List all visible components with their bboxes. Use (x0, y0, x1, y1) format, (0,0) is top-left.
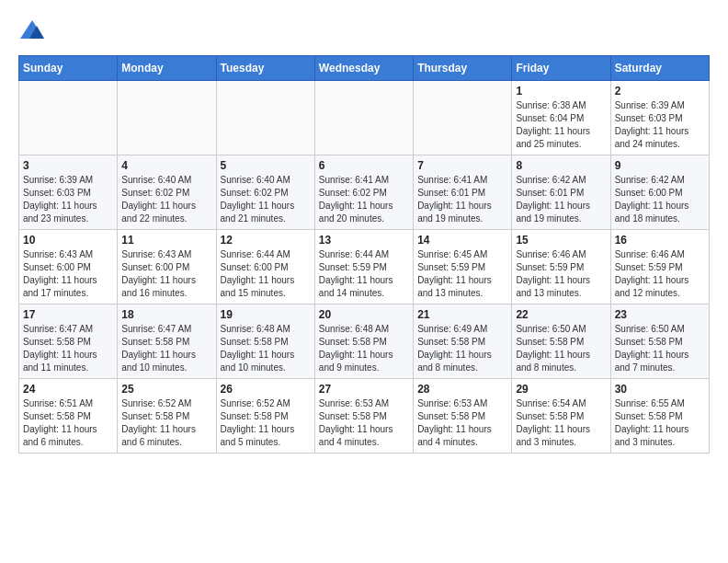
day-number: 5 (221, 159, 311, 172)
day-number: 15 (516, 234, 606, 247)
calendar-cell: 20Sunrise: 6:48 AM Sunset: 5:58 PM Dayli… (314, 304, 413, 379)
calendar-cell: 27Sunrise: 6:53 AM Sunset: 5:58 PM Dayli… (314, 379, 413, 454)
day-info: Sunrise: 6:41 AM Sunset: 6:01 PM Dayligh… (417, 174, 507, 225)
calendar-cell: 13Sunrise: 6:44 AM Sunset: 5:59 PM Dayli… (314, 230, 413, 304)
day-info: Sunrise: 6:50 AM Sunset: 5:58 PM Dayligh… (615, 323, 705, 374)
weekday-header: Saturday (610, 56, 709, 81)
day-number: 14 (417, 234, 507, 247)
calendar-cell: 15Sunrise: 6:46 AM Sunset: 5:59 PM Dayli… (512, 230, 610, 304)
day-info: Sunrise: 6:53 AM Sunset: 5:58 PM Dayligh… (417, 397, 507, 449)
calendar-cell (216, 81, 314, 155)
calendar-week-row: 17Sunrise: 6:47 AM Sunset: 5:58 PM Dayli… (19, 304, 710, 379)
day-info: Sunrise: 6:49 AM Sunset: 5:58 PM Dayligh… (417, 323, 507, 374)
day-number: 21 (417, 308, 507, 321)
day-info: Sunrise: 6:48 AM Sunset: 5:58 PM Dayligh… (319, 323, 409, 374)
day-info: Sunrise: 6:54 AM Sunset: 5:58 PM Dayligh… (516, 397, 606, 449)
calendar-cell: 8Sunrise: 6:42 AM Sunset: 6:01 PM Daylig… (512, 155, 610, 230)
calendar-week-row: 24Sunrise: 6:51 AM Sunset: 5:58 PM Dayli… (19, 379, 710, 454)
day-number: 29 (516, 383, 606, 396)
day-info: Sunrise: 6:55 AM Sunset: 5:58 PM Dayligh… (615, 397, 705, 449)
day-info: Sunrise: 6:47 AM Sunset: 5:58 PM Dayligh… (121, 323, 211, 374)
calendar-cell: 17Sunrise: 6:47 AM Sunset: 5:58 PM Dayli… (19, 304, 118, 379)
day-info: Sunrise: 6:51 AM Sunset: 5:58 PM Dayligh… (23, 397, 113, 449)
day-info: Sunrise: 6:47 AM Sunset: 5:58 PM Dayligh… (23, 323, 113, 374)
day-info: Sunrise: 6:44 AM Sunset: 6:00 PM Dayligh… (221, 248, 311, 300)
day-info: Sunrise: 6:52 AM Sunset: 5:58 PM Dayligh… (221, 397, 311, 449)
day-number: 27 (319, 383, 409, 396)
calendar-header-row: SundayMondayTuesdayWednesdayThursdayFrid… (19, 56, 710, 81)
day-info: Sunrise: 6:42 AM Sunset: 6:01 PM Dayligh… (516, 174, 606, 225)
day-info: Sunrise: 6:44 AM Sunset: 5:59 PM Dayligh… (319, 248, 409, 300)
day-number: 16 (615, 234, 705, 247)
day-number: 4 (121, 159, 211, 172)
weekday-header: Thursday (414, 56, 512, 81)
weekday-header: Wednesday (314, 56, 413, 81)
logo-icon (18, 18, 46, 46)
calendar-cell (118, 81, 216, 155)
day-number: 3 (23, 159, 113, 172)
day-number: 30 (615, 383, 705, 396)
day-info: Sunrise: 6:53 AM Sunset: 5:58 PM Dayligh… (319, 397, 409, 449)
day-number: 6 (319, 159, 409, 172)
day-number: 23 (615, 308, 705, 321)
day-number: 25 (121, 383, 211, 396)
day-number: 18 (121, 308, 211, 321)
calendar-cell: 3Sunrise: 6:39 AM Sunset: 6:03 PM Daylig… (19, 155, 118, 230)
day-number: 2 (615, 85, 705, 98)
day-info: Sunrise: 6:50 AM Sunset: 5:58 PM Dayligh… (516, 323, 606, 374)
calendar-cell: 1Sunrise: 6:38 AM Sunset: 6:04 PM Daylig… (512, 81, 610, 155)
day-info: Sunrise: 6:48 AM Sunset: 5:58 PM Dayligh… (221, 323, 311, 374)
day-info: Sunrise: 6:38 AM Sunset: 6:04 PM Dayligh… (516, 99, 606, 151)
logo (18, 18, 50, 46)
calendar-cell (19, 81, 118, 155)
day-number: 7 (417, 159, 507, 172)
day-info: Sunrise: 6:43 AM Sunset: 6:00 PM Dayligh… (23, 248, 113, 300)
day-info: Sunrise: 6:46 AM Sunset: 5:59 PM Dayligh… (615, 248, 705, 300)
day-number: 26 (221, 383, 311, 396)
day-number: 8 (516, 159, 606, 172)
calendar-cell: 22Sunrise: 6:50 AM Sunset: 5:58 PM Dayli… (512, 304, 610, 379)
calendar-cell: 2Sunrise: 6:39 AM Sunset: 6:03 PM Daylig… (610, 81, 709, 155)
day-number: 19 (221, 308, 311, 321)
calendar-cell (414, 81, 512, 155)
day-info: Sunrise: 6:43 AM Sunset: 6:00 PM Dayligh… (121, 248, 211, 300)
day-number: 12 (221, 234, 311, 247)
day-number: 28 (417, 383, 507, 396)
calendar-cell: 21Sunrise: 6:49 AM Sunset: 5:58 PM Dayli… (414, 304, 512, 379)
calendar-cell: 28Sunrise: 6:53 AM Sunset: 5:58 PM Dayli… (414, 379, 512, 454)
day-number: 20 (319, 308, 409, 321)
calendar-cell: 26Sunrise: 6:52 AM Sunset: 5:58 PM Dayli… (216, 379, 314, 454)
calendar-cell: 5Sunrise: 6:40 AM Sunset: 6:02 PM Daylig… (216, 155, 314, 230)
calendar-cell: 14Sunrise: 6:45 AM Sunset: 5:59 PM Dayli… (414, 230, 512, 304)
day-number: 10 (23, 234, 113, 247)
calendar-cell: 23Sunrise: 6:50 AM Sunset: 5:58 PM Dayli… (610, 304, 709, 379)
calendar-cell: 16Sunrise: 6:46 AM Sunset: 5:59 PM Dayli… (610, 230, 709, 304)
calendar-cell: 4Sunrise: 6:40 AM Sunset: 6:02 PM Daylig… (118, 155, 216, 230)
calendar-cell: 24Sunrise: 6:51 AM Sunset: 5:58 PM Dayli… (19, 379, 118, 454)
day-info: Sunrise: 6:42 AM Sunset: 6:00 PM Dayligh… (615, 174, 705, 225)
calendar-cell: 30Sunrise: 6:55 AM Sunset: 5:58 PM Dayli… (610, 379, 709, 454)
weekday-header: Sunday (19, 56, 118, 81)
day-number: 9 (615, 159, 705, 172)
day-number: 13 (319, 234, 409, 247)
weekday-header: Monday (118, 56, 216, 81)
calendar-cell: 10Sunrise: 6:43 AM Sunset: 6:00 PM Dayli… (19, 230, 118, 304)
calendar-week-row: 1Sunrise: 6:38 AM Sunset: 6:04 PM Daylig… (19, 81, 710, 155)
calendar-cell: 9Sunrise: 6:42 AM Sunset: 6:00 PM Daylig… (610, 155, 709, 230)
day-info: Sunrise: 6:45 AM Sunset: 5:59 PM Dayligh… (417, 248, 507, 300)
page-header (18, 18, 710, 46)
day-number: 1 (516, 85, 606, 98)
day-info: Sunrise: 6:41 AM Sunset: 6:02 PM Dayligh… (319, 174, 409, 225)
day-info: Sunrise: 6:52 AM Sunset: 5:58 PM Dayligh… (121, 397, 211, 449)
calendar-cell (314, 81, 413, 155)
weekday-header: Friday (512, 56, 610, 81)
day-info: Sunrise: 6:46 AM Sunset: 5:59 PM Dayligh… (516, 248, 606, 300)
weekday-header: Tuesday (216, 56, 314, 81)
day-info: Sunrise: 6:39 AM Sunset: 6:03 PM Dayligh… (615, 99, 705, 151)
calendar-cell: 6Sunrise: 6:41 AM Sunset: 6:02 PM Daylig… (314, 155, 413, 230)
calendar-week-row: 3Sunrise: 6:39 AM Sunset: 6:03 PM Daylig… (19, 155, 710, 230)
day-info: Sunrise: 6:40 AM Sunset: 6:02 PM Dayligh… (221, 174, 311, 225)
day-info: Sunrise: 6:39 AM Sunset: 6:03 PM Dayligh… (23, 174, 113, 225)
calendar-cell: 18Sunrise: 6:47 AM Sunset: 5:58 PM Dayli… (118, 304, 216, 379)
day-number: 24 (23, 383, 113, 396)
